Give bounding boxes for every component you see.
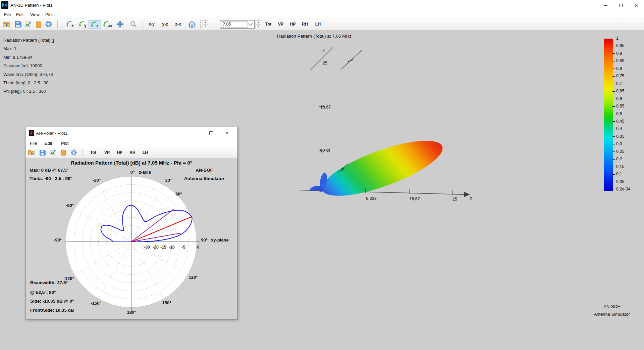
polar-chart-area: Radiation Pattern (Total) [dB] at 7,05 M… xyxy=(25,158,237,319)
restore-button[interactable] xyxy=(613,0,629,11)
rotate-x-icon: x xyxy=(65,20,75,28)
polar-copy-button[interactable] xyxy=(59,149,67,156)
colorbar-label: 0,3 xyxy=(616,141,622,146)
close-button[interactable]: × xyxy=(629,0,644,11)
colorbar-tick xyxy=(612,136,615,137)
copy-button[interactable] xyxy=(34,20,43,28)
colorbar-tick xyxy=(612,114,615,115)
x-axis-line xyxy=(300,190,465,194)
polar-brand-line2: Antenna Simulator xyxy=(176,176,233,181)
colorbar-label: 0,2 xyxy=(616,157,622,161)
rotate-y-button[interactable]: y xyxy=(77,20,88,28)
polar-plot[interactable]: 0°z-axis30°-30°60°-60°90°xy-plane-90°120… xyxy=(25,158,237,319)
polar-mode-tot-button[interactable]: Tot xyxy=(88,149,99,156)
colorbar-tick xyxy=(612,69,615,69)
polar-angle-label: 90° xyxy=(201,237,208,243)
zoom-button[interactable] xyxy=(129,20,138,28)
polar-mode-vp-button[interactable]: VP xyxy=(103,149,111,156)
svg-text:16,67: 16,67 xyxy=(409,196,420,201)
frequency-value[interactable]: 7,05 xyxy=(221,21,248,28)
clipboard-icon xyxy=(35,20,42,28)
menu-edit[interactable]: Edit xyxy=(15,12,25,17)
menu-view[interactable]: View xyxy=(29,12,41,17)
zoom-stepper[interactable]: ▲ ▼ xyxy=(203,20,208,28)
rotate-x-button[interactable]: x xyxy=(64,20,76,28)
step-up-icon[interactable]: ▲ xyxy=(256,20,261,24)
rotate-z-button[interactable]: z xyxy=(89,20,101,29)
polar-mode-rh-button[interactable]: RH xyxy=(128,149,137,156)
polar-theta-label: Theta: -90 : 2,5 : 90° xyxy=(30,176,72,181)
polar-mode-lh-button[interactable]: LH xyxy=(141,149,150,156)
colorbar-tick xyxy=(612,61,615,61)
settings-button[interactable] xyxy=(44,20,53,28)
svg-text:z: z xyxy=(96,24,98,28)
save-icon xyxy=(14,21,21,28)
pan-button[interactable] xyxy=(116,20,124,28)
plot3d-tick-labels: 8,33316,67258,33316,6725zxy xyxy=(320,48,472,202)
colorbar-tick xyxy=(612,46,615,46)
menu-file[interactable]: File xyxy=(3,12,12,17)
an-polar-window[interactable]: AN-Polar - Plot1 × File Edit Plot xyxy=(25,127,238,319)
mode-tot-button[interactable]: Tot xyxy=(264,20,273,28)
step-up-icon[interactable]: ▲ xyxy=(203,20,208,24)
colorbar-tick xyxy=(612,174,615,175)
mode-vp-button[interactable]: VP xyxy=(277,20,285,28)
polar-menu-plot[interactable]: Plot xyxy=(61,141,68,146)
mode-hp-button[interactable]: HP xyxy=(289,20,297,28)
view-xy-button[interactable]: x-y xyxy=(147,20,157,28)
frequency-stepper[interactable]: ▲ ▼ xyxy=(256,20,261,28)
colorbar-tick xyxy=(612,159,615,160)
polar-maximize-button[interactable] xyxy=(203,129,219,137)
home-icon xyxy=(188,20,196,28)
polar-angle-label: xy-plane xyxy=(211,237,229,243)
view-zx-button[interactable]: z-x xyxy=(173,20,183,28)
polar-radial-label: -10 xyxy=(169,245,175,250)
open-folder-icon xyxy=(28,149,35,156)
mode-lh-button[interactable]: LH xyxy=(314,20,322,28)
save-button[interactable] xyxy=(13,20,22,28)
front-side-label: Front/Side: 10,35 dB xyxy=(30,308,74,313)
export-image-button[interactable] xyxy=(24,20,33,28)
step-down-icon[interactable]: ▼ xyxy=(256,25,261,29)
svg-text:16,67: 16,67 xyxy=(320,105,331,110)
polar-settings-button[interactable] xyxy=(69,149,78,156)
colorbar-label: 0,65 xyxy=(616,89,624,93)
home-view-button[interactable] xyxy=(187,20,197,28)
polar-export-image-button[interactable] xyxy=(49,149,57,156)
colorbar-label: 0,7 xyxy=(616,81,622,86)
info-line: Wave Imp. [Ohm]: 376,73 xyxy=(3,72,54,80)
frequency-combobox[interactable]: 7,05 xyxy=(220,20,255,29)
mode-rh-button[interactable]: RH xyxy=(301,20,309,28)
polar-close-button[interactable]: × xyxy=(219,129,235,137)
colorbar-label: 0,75 xyxy=(616,74,624,78)
colorbar-label: 0,45 xyxy=(616,119,624,124)
move-icon xyxy=(116,20,124,28)
colorbar-tick xyxy=(612,129,615,129)
minimize-button[interactable] xyxy=(598,0,613,11)
polar-open-button[interactable] xyxy=(28,149,36,156)
polar-menu-file[interactable]: File xyxy=(30,141,37,146)
open-button[interactable] xyxy=(2,20,11,28)
polar-max-label: Max: 0 dB @ 67,5° xyxy=(30,168,68,173)
polar-minimize-button[interactable] xyxy=(187,129,203,137)
colorbar-gradient xyxy=(604,39,613,191)
polar-mode-hp-button[interactable]: HP xyxy=(115,149,124,156)
polar-menu-edit[interactable]: Edit xyxy=(45,141,52,146)
polar-menubar: File Edit Plot xyxy=(25,139,237,148)
view-yz-button[interactable]: y-z xyxy=(160,20,170,28)
colorbar-label: 0,25 xyxy=(616,149,624,154)
colorbar-tick xyxy=(612,144,615,144)
step-down-icon[interactable]: ▼ xyxy=(203,25,208,29)
polar-titlebar[interactable]: AN-Polar - Plot1 × xyxy=(25,127,237,139)
colorbar-label: 8,2e-34 xyxy=(616,187,630,191)
polar-save-button[interactable] xyxy=(38,149,46,156)
chevron-down-icon[interactable] xyxy=(248,21,253,26)
y-axis-line xyxy=(337,164,347,173)
main-titlebar[interactable]: AN-3D Pattern - Plot1 × xyxy=(0,0,644,11)
plot3d-title: Radiation Pattern (Total) at 7,05 MHz xyxy=(247,34,381,39)
image-icon xyxy=(50,149,56,156)
plot3d-axes xyxy=(300,38,465,194)
rotate-3d-button[interactable]: 3D xyxy=(102,20,114,28)
polar-radial-label: -30 xyxy=(144,245,150,250)
menu-plot[interactable]: Plot xyxy=(44,12,54,17)
